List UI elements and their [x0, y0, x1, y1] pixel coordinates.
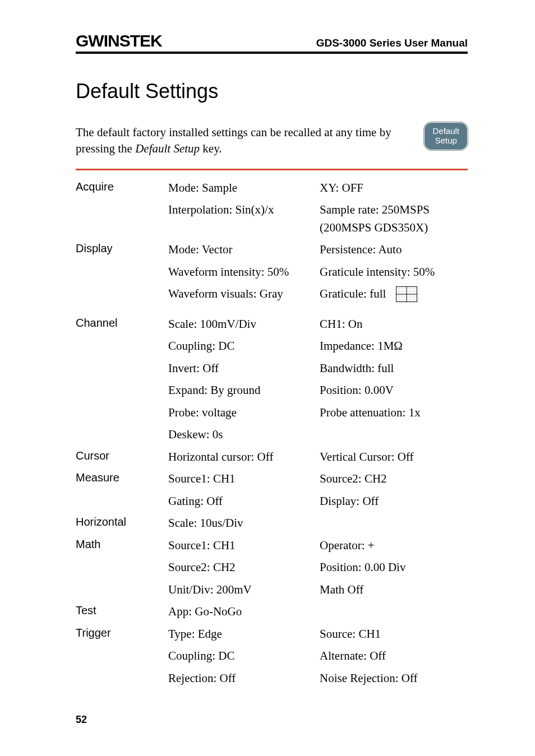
- setting-value: Coupling: DC: [168, 647, 320, 665]
- button-line2: Setup: [432, 136, 459, 145]
- section-title: Default Settings: [76, 80, 468, 103]
- graticule-full-icon: [396, 286, 417, 302]
- default-setup-button: Default Setup: [424, 122, 468, 150]
- setting-value: Mode: Vector: [168, 241, 320, 259]
- setting-value: Bandwidth: full: [320, 360, 394, 378]
- setting-value: Math Off: [320, 581, 363, 599]
- category-label: Measure: [76, 470, 168, 484]
- setting-value: Position: 0.00V: [320, 382, 394, 400]
- category-label: Horizontal: [76, 514, 168, 528]
- table-row: Deskew: 0s: [76, 426, 468, 444]
- setting-value: Rejection: Off: [168, 670, 320, 688]
- category-label: Math: [76, 537, 168, 551]
- category-label: Acquire: [76, 179, 168, 193]
- table-row: Display Mode: Vector Persistence: Auto: [76, 241, 468, 259]
- setting-value: Deskew: 0s: [168, 426, 320, 444]
- table-row: Cursor Horizontal cursor: Off Vertical C…: [76, 448, 468, 466]
- table-row: Rejection: Off Noise Rejection: Off: [76, 670, 468, 688]
- setting-value: Waveform visuals: Gray: [168, 285, 320, 303]
- table-row: Trigger Type: Edge Source: CH1: [76, 625, 468, 643]
- table-row: Horizontal Scale: 10us/Div: [76, 514, 468, 532]
- brand-logo: GWINSTEK: [76, 31, 162, 50]
- table-row: Interpolation: Sin(x)/x Sample rate: 250…: [76, 201, 468, 236]
- intro-pre: The default factory installed settings c…: [76, 126, 391, 155]
- category-label: Trigger: [76, 625, 168, 639]
- table-row: Coupling: DC Alternate: Off: [76, 647, 468, 665]
- table-row: Source2: CH2 Position: 0.00 Div: [76, 559, 468, 577]
- setting-value: Waveform intensity: 50%: [168, 263, 320, 281]
- table-row: Probe: voltage Probe attenuation: 1x: [76, 404, 468, 422]
- table-row: Coupling: DC Impedance: 1MΩ: [76, 337, 468, 355]
- setting-value: Scale: 10us/Div: [168, 514, 320, 532]
- intro-italic: Default Setup: [135, 142, 200, 155]
- category-label: Cursor: [76, 448, 168, 462]
- table-row: Waveform intensity: 50% Graticule intens…: [76, 263, 468, 281]
- setting-value: Noise Rejection: Off: [320, 670, 418, 688]
- table-row: Gating: Off Display: Off: [76, 493, 468, 511]
- setting-value: Invert: Off: [168, 360, 320, 378]
- table-row: Channel Scale: 100mV/Div CH1: On: [76, 316, 468, 333]
- setting-value: Source1: CH1: [168, 470, 320, 488]
- table-row: Waveform visuals: Gray Graticule: full: [76, 285, 468, 303]
- setting-value: Display: Off: [320, 493, 379, 511]
- manual-title: GDS-3000 Series User Manual: [316, 37, 468, 49]
- setting-value: Alternate: Off: [320, 647, 386, 665]
- setting-value: Source1: CH1: [168, 537, 320, 555]
- table-row: Math Source1: CH1 Operator: +: [76, 537, 468, 555]
- category-label: Display: [76, 241, 168, 255]
- table-row: Acquire Mode: Sample XY: OFF: [76, 179, 468, 197]
- setting-value: Graticule intensity: 50%: [320, 263, 435, 281]
- table-row: Unit/Div: 200mV Math Off: [76, 581, 468, 599]
- intro-row: The default factory installed settings c…: [76, 122, 468, 157]
- section-divider: [76, 169, 468, 170]
- setting-value: Coupling: DC: [168, 337, 320, 355]
- setting-value: Operator: +: [320, 537, 375, 555]
- setting-value: Impedance: 1MΩ: [320, 337, 403, 355]
- setting-value: Source: CH1: [320, 625, 381, 643]
- setting-value: CH1: On: [320, 316, 362, 333]
- page-number: 52: [76, 714, 87, 726]
- setting-value: Vertical Cursor: Off: [320, 448, 414, 466]
- setting-value: Scale: 100mV/Div: [168, 316, 320, 333]
- setting-value: Probe attenuation: 1x: [320, 404, 421, 422]
- table-row: Measure Source1: CH1 Source2: CH2: [76, 470, 468, 488]
- setting-value: Sample rate: 250MSPS (200MSPS GDS350X): [320, 201, 468, 236]
- setting-value: Unit/Div: 200mV: [168, 581, 320, 599]
- setting-value: Expand: By ground: [168, 382, 320, 400]
- logo-text: GWINSTEK: [76, 31, 162, 50]
- setting-value: Gating: Off: [168, 493, 320, 511]
- setting-value: Horizontal cursor: Off: [168, 448, 320, 466]
- intro-post: key.: [200, 142, 222, 155]
- table-row: Expand: By ground Position: 0.00V: [76, 382, 468, 400]
- setting-value: Mode: Sample: [168, 179, 320, 197]
- setting-value: Probe: voltage: [168, 404, 320, 422]
- setting-value: XY: OFF: [320, 179, 363, 197]
- table-row: Invert: Off Bandwidth: full: [76, 360, 468, 378]
- setting-value: Position: 0.00 Div: [320, 559, 405, 577]
- setting-value: Source2: CH2: [168, 559, 320, 577]
- setting-value: Type: Edge: [168, 625, 320, 643]
- setting-value: Interpolation: Sin(x)/x: [168, 201, 320, 219]
- table-row: Test App: Go-NoGo: [76, 603, 468, 621]
- page-header: GWINSTEK GDS-3000 Series User Manual: [76, 31, 468, 54]
- category-label: Channel: [76, 316, 168, 330]
- intro-text: The default factory installed settings c…: [76, 122, 407, 157]
- setting-value: Source2: CH2: [320, 470, 387, 488]
- setting-value: Graticule: full: [320, 285, 386, 303]
- button-line1: Default: [432, 126, 459, 136]
- default-settings-table: Acquire Mode: Sample XY: OFF Interpolati…: [76, 179, 468, 688]
- setting-value: App: Go-NoGo: [168, 603, 320, 621]
- category-label: Test: [76, 603, 168, 617]
- setting-value: Persistence: Auto: [320, 241, 402, 259]
